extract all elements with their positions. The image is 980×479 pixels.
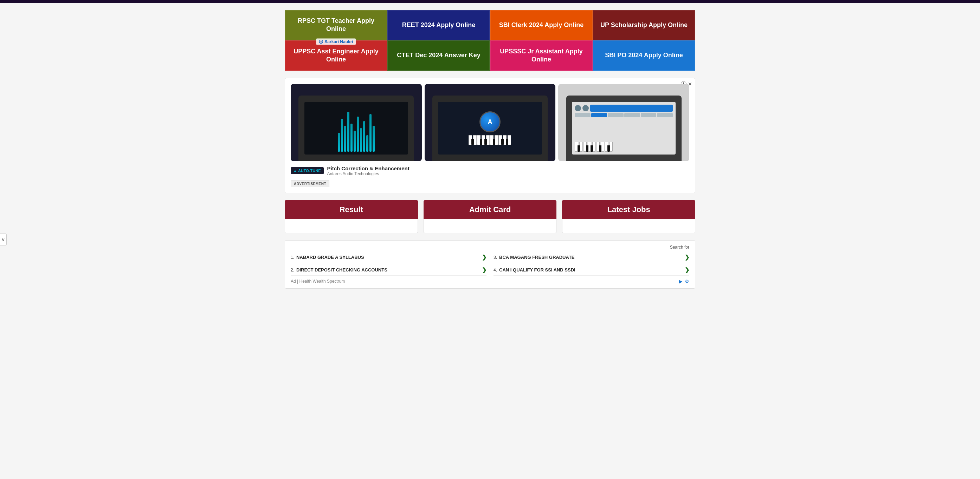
quick-link-uppsc-asst[interactable]: UPPSC Asst Engineer Apply Online <box>285 40 387 71</box>
footer-ad-text: Ad | Health Wealth Spectrum <box>291 279 345 284</box>
search-link-arrow-3: ❯ <box>685 254 689 260</box>
quick-link-reet-2024[interactable]: REET 2024 Apply Online <box>387 10 490 40</box>
admit-card-body <box>423 219 557 233</box>
search-link-arrow-4: ❯ <box>685 266 689 273</box>
search-link-arrow-1: ❯ <box>482 254 487 260</box>
advertisement-badge: ADVERTISEMENT <box>291 181 329 187</box>
latest-jobs-header[interactable]: Latest Jobs <box>562 200 695 219</box>
latest-jobs-card: Latest Jobs <box>562 200 695 233</box>
chevron-down-icon: ∨ <box>2 237 5 242</box>
ad-subtitle: Antares Audio Technologies <box>327 171 409 176</box>
search-link-num-2: 2. <box>291 268 294 273</box>
search-link-num-1: 1. <box>291 255 294 260</box>
latest-jobs-body <box>562 219 695 233</box>
search-link-num-4: 4. <box>493 268 497 273</box>
quick-link-upsssc-jr[interactable]: UPSSSC Jr Assistant Apply Online <box>490 40 593 71</box>
quick-link-sbi-clerk[interactable]: SBI Clerk 2024 Apply Online <box>490 10 593 40</box>
quick-link-sbi-po[interactable]: SBI PO 2024 Apply Online <box>593 40 695 71</box>
play-icon[interactable]: ▶ <box>679 279 682 284</box>
search-link-1[interactable]: 1.NABARD GRADE A SYLLABUS ❯ <box>291 252 487 263</box>
quick-link-rpsc-tgt[interactable]: RPSC TGT Teacher Apply Online <box>285 10 387 40</box>
ad-image-white-synth[interactable] <box>558 84 689 161</box>
result-card-header[interactable]: Result <box>285 200 418 219</box>
ad-image-synth[interactable]: A <box>425 84 556 161</box>
ad-footer-icons: ▶ ⚙ <box>679 279 689 284</box>
sidebar-collapse-button[interactable]: ∨ <box>0 233 7 246</box>
top-bar <box>0 0 980 3</box>
result-card-body <box>285 219 418 233</box>
info-footer-icon[interactable]: ⚙ <box>685 279 689 284</box>
search-link-text-1: NABARD GRADE A SYLLABUS <box>296 255 364 260</box>
search-link-text-3: BCA MAGANG FRESH GRADUATE <box>499 255 575 260</box>
search-link-arrow-2: ❯ <box>482 266 487 273</box>
result-card: Result <box>285 200 418 233</box>
bottom-cards: Result Admit Card Latest Jobs <box>285 200 695 233</box>
ad-image-mixer[interactable] <box>291 84 422 161</box>
secondary-ad-footer: Ad | Health Wealth Spectrum ▶ ⚙ <box>291 279 689 284</box>
ad-branding: ▲ AUTO-TUNE Pitch Correction & Enhanceme… <box>291 165 689 176</box>
page-wrapper: RPSC TGT Teacher Apply Online REET 2024 … <box>279 3 701 296</box>
ad-images-row: A <box>291 84 689 161</box>
search-for-label: Search for <box>291 245 689 250</box>
search-links-grid: 1.NABARD GRADE A SYLLABUS ❯ 3.BCA MAGANG… <box>291 252 689 276</box>
ad-brand-text: Pitch Correction & Enhancement Antares A… <box>327 165 409 176</box>
quick-link-up-scholarship[interactable]: UP Scholarship Apply Online <box>593 10 695 40</box>
admit-card-header[interactable]: Admit Card <box>423 200 557 219</box>
secondary-ad: Search for 1.NABARD GRADE A SYLLABUS ❯ 3… <box>285 240 695 289</box>
search-link-3[interactable]: 3.BCA MAGANG FRESH GRADUATE ❯ <box>493 252 689 263</box>
search-link-text-4: CAN I QUALIFY FOR SSI AND SSDI <box>499 267 576 273</box>
admit-card-card: Admit Card <box>423 200 557 233</box>
search-link-num-3: 3. <box>493 255 497 260</box>
autotune-logo: ▲ AUTO-TUNE <box>291 167 324 174</box>
search-link-2[interactable]: 2.DIRECT DEPOSIT CHECKING ACCOUNTS ❯ <box>291 265 487 276</box>
quick-links-grid: RPSC TGT Teacher Apply Online REET 2024 … <box>285 10 695 71</box>
search-link-text-2: DIRECT DEPOSIT CHECKING ACCOUNTS <box>296 267 387 273</box>
ad-title: Pitch Correction & Enhancement <box>327 165 409 171</box>
ad-container: ℹ ✕ <box>285 78 695 193</box>
search-link-4[interactable]: 4.CAN I QUALIFY FOR SSI AND SSDI ❯ <box>493 265 689 276</box>
quick-link-ctet-dec[interactable]: CTET Dec 2024 Answer Key <box>387 40 490 71</box>
